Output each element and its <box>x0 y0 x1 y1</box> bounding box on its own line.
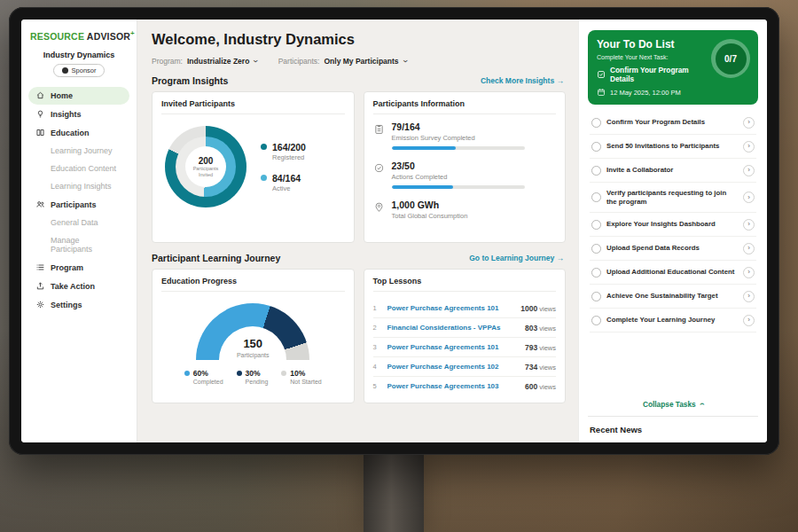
participants-dropdown[interactable]: Participants: Only My Participants › <box>278 57 406 66</box>
card-title: Participants Information <box>373 99 557 114</box>
sidebar-item-education[interactable]: Education <box>28 124 129 142</box>
arrow-right-icon: → <box>557 76 565 85</box>
sidebar-item-label: Learning Journey <box>51 146 113 155</box>
program-dropdown[interactable]: Program: Industrialize Zero › <box>152 57 257 66</box>
card-title: Top Lessons <box>373 277 557 292</box>
todo-task[interactable]: Verify participants requesting to join t… <box>590 183 756 213</box>
insights-icon <box>35 109 45 119</box>
lesson-link[interactable]: Power Purchase Agreements 101 <box>387 343 519 351</box>
sidebar-item-manage-participants[interactable]: Manage Participants <box>28 232 129 258</box>
lesson-rank: 1 <box>373 304 381 312</box>
invited-participants-card: Invited Participants 200 Participants In… <box>152 91 355 243</box>
section-title: Participant Learning Journey <box>152 253 280 263</box>
check-square-icon <box>597 70 606 79</box>
sidebar-item-participants[interactable]: Participants <box>28 196 129 214</box>
collapse-tasks-link[interactable]: Collapse Tasks › <box>588 392 758 416</box>
sidebar-item-general-data[interactable]: General Data <box>28 215 129 231</box>
page-title: Welcome, Industry Dynamics <box>152 31 566 48</box>
stat-emission-survey: 79/164 Emission Survey Completed <box>373 121 557 150</box>
task-checkbox[interactable] <box>591 166 601 176</box>
donut-center: 200 Participants Invited <box>185 146 226 187</box>
program-icon <box>35 262 45 272</box>
check-more-insights-link[interactable]: Check More Insights → <box>481 76 564 85</box>
legend-pending: 30% Pending <box>237 369 269 385</box>
education-progress-card: Education Progress 150 Participants <box>152 269 355 403</box>
go-to-learning-journey-link[interactable]: Go to Learning Journey → <box>469 254 564 262</box>
legend-completed: 60% Completed <box>184 369 223 385</box>
task-checkbox[interactable] <box>591 192 601 202</box>
todo-task[interactable]: Upload Additional Educational Content› <box>590 261 756 285</box>
todo-progress-ring: 0/7 <box>711 39 750 78</box>
chevron-down-icon: › <box>400 59 409 62</box>
legend-dot <box>237 371 242 376</box>
todo-task[interactable]: Explore Your Insights Dashboard› <box>590 213 756 237</box>
task-checkbox[interactable] <box>591 118 601 128</box>
todo-task[interactable]: Upload Spend Data Records› <box>590 237 756 261</box>
task-label: Send 50 Invitations to Participants <box>606 142 738 151</box>
task-checkbox[interactable] <box>591 316 601 325</box>
task-chevron-icon[interactable]: › <box>743 165 755 176</box>
task-chevron-icon[interactable]: › <box>743 315 755 326</box>
lesson-row: 3Power Purchase Agreements 101793 views <box>373 338 557 357</box>
todo-task[interactable]: Achieve One Sustainability Target› <box>590 285 756 309</box>
todo-task[interactable]: Send 50 Invitations to Participants› <box>590 135 756 159</box>
actions-completed-progress <box>392 185 525 189</box>
task-checkbox[interactable] <box>591 142 601 152</box>
task-chevron-icon[interactable]: › <box>743 192 755 203</box>
sidebar-item-take-action[interactable]: Take Action <box>28 278 129 295</box>
lesson-views: 1000 views <box>520 304 556 313</box>
lesson-link[interactable]: Financial Considerations - VPPAs <box>387 324 519 332</box>
home-icon <box>35 90 45 100</box>
legend-active: 84/164 Active <box>261 173 306 192</box>
filter-bar: Program: Industrialize Zero › Participan… <box>152 57 566 66</box>
todo-task[interactable]: Complete Your Learning Journey› <box>590 309 756 332</box>
stat-global-consumption: 1,000 GWh Total Global Consumption <box>373 200 557 224</box>
lesson-views: 803 views <box>525 324 556 332</box>
participants-information-card: Participants Information 79/164 Emission… <box>364 91 567 243</box>
todo-task-list: Confirm Your Program Details›Send 50 Inv… <box>588 111 758 392</box>
todo-task[interactable]: Invite a Collaborator› <box>590 159 756 183</box>
legend-dot <box>184 371 190 376</box>
lesson-rank: 2 <box>373 324 381 332</box>
todo-task[interactable]: Confirm Your Program Details› <box>590 111 756 135</box>
task-checkbox[interactable] <box>591 220 601 230</box>
sidebar-item-label: Learning Insights <box>51 182 112 191</box>
sidebar-item-learning-insights[interactable]: Learning Insights <box>28 178 129 195</box>
lesson-link[interactable]: Power Purchase Agreements 102 <box>387 363 519 371</box>
learning-journey-header: Participant Learning Journey Go to Learn… <box>152 253 564 263</box>
sidebar-item-settings[interactable]: Settings <box>28 296 129 314</box>
top-lessons-card: Top Lessons 1Power Purchase Agreements 1… <box>364 269 567 403</box>
task-chevron-icon[interactable]: › <box>743 291 755 302</box>
task-chevron-icon[interactable]: › <box>743 141 755 153</box>
org-name: Industry Dynamics <box>21 51 137 59</box>
task-checkbox[interactable] <box>591 244 601 254</box>
lesson-row: 5Power Purchase Agreements 103600 views <box>373 377 557 395</box>
task-checkbox[interactable] <box>591 292 601 301</box>
sidebar-item-home[interactable]: Home <box>28 87 129 105</box>
sidebar-item-program[interactable]: Program <box>28 259 129 277</box>
task-chevron-icon[interactable]: › <box>743 267 755 278</box>
chevron-up-icon: › <box>697 403 707 405</box>
sponsor-badge[interactable]: Sponsor <box>53 64 106 77</box>
take-action-icon <box>35 281 45 291</box>
task-chevron-icon[interactable]: › <box>743 117 755 129</box>
donut-outer-ring: 200 Participants Invited <box>165 126 246 207</box>
sidebar-item-insights[interactable]: Insights <box>28 106 129 123</box>
lesson-link[interactable]: Power Purchase Agreements 101 <box>387 304 515 312</box>
task-checkbox[interactable] <box>591 268 601 278</box>
legend-dot <box>261 175 267 181</box>
sidebar-item-education-content[interactable]: Education Content <box>28 160 129 177</box>
lesson-rank: 5 <box>373 382 381 390</box>
sidebar-item-learning-journey[interactable]: Learning Journey <box>28 143 129 160</box>
task-label: Verify participants requesting to join t… <box>606 189 738 207</box>
lesson-link[interactable]: Power Purchase Agreements 103 <box>387 382 519 390</box>
gauge-legend: 60% Completed 30% Pending <box>184 369 322 385</box>
sidebar-item-label: Take Action <box>51 282 95 291</box>
section-title: Program Insights <box>152 75 228 86</box>
dashboard-screen: RESOURCE ADVISOR+ Industry Dynamics Spon… <box>21 20 767 442</box>
sidebar: RESOURCE ADVISOR+ Industry Dynamics Spon… <box>21 20 137 442</box>
task-chevron-icon[interactable]: › <box>743 219 755 231</box>
learning-journey-cards: Education Progress 150 Participants <box>152 269 566 403</box>
task-chevron-icon[interactable]: › <box>743 243 755 254</box>
sidebar-item-label: Insights <box>51 110 82 119</box>
